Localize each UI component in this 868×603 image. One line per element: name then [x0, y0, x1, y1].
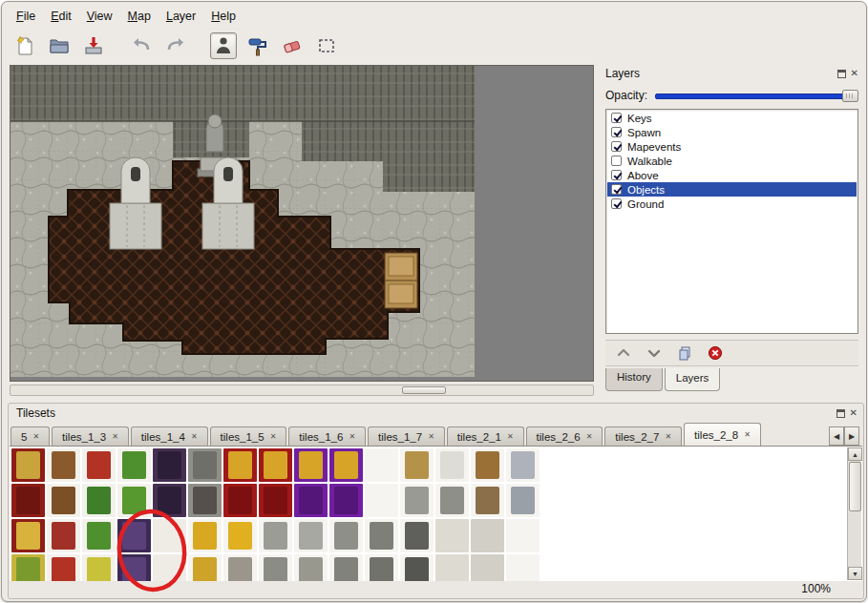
layer-visibility-checkbox[interactable]: [611, 156, 622, 166]
tile-red-throne-bottom-left[interactable]: [223, 484, 257, 517]
layer-row-walkable[interactable]: Walkable: [607, 154, 857, 168]
opacity-slider-handle[interactable]: [842, 90, 858, 102]
scroll-down-icon[interactable]: ▼: [848, 567, 862, 580]
tile-gold-banner[interactable]: [11, 554, 45, 581]
menu-file[interactable]: File: [10, 8, 42, 25]
tileset-vertical-scrollbar[interactable]: ▲ ▼: [847, 447, 861, 580]
tile-demon-statue-top[interactable]: [365, 519, 398, 552]
menu-help[interactable]: Help: [204, 8, 243, 25]
opacity-slider[interactable]: [655, 89, 858, 103]
tile-gold-horn[interactable]: [188, 554, 222, 581]
tile-blank[interactable]: [506, 519, 540, 552]
layer-row-objects[interactable]: Objects: [607, 182, 857, 197]
tile-purple-throne-top-left[interactable]: [294, 448, 328, 482]
tile-demon-statue-base[interactable]: [365, 554, 398, 581]
dock-tab-history[interactable]: History: [605, 368, 663, 391]
tile-leafy-plant[interactable]: [117, 484, 151, 517]
tileset-tab-tiles_1_3[interactable]: tiles_1_3✕: [52, 426, 129, 446]
layer-visibility-checkbox[interactable]: [611, 141, 622, 152]
dock-close-icon[interactable]: ✕: [851, 69, 858, 78]
menu-view[interactable]: View: [80, 8, 119, 25]
tile-angel-statue-top[interactable]: [294, 519, 328, 552]
tab-close-icon[interactable]: ✕: [586, 432, 593, 441]
tile-banana-plant[interactable]: [82, 554, 116, 581]
tab-close-icon[interactable]: ✕: [32, 432, 39, 441]
tile-gray-slab-4[interactable]: [471, 554, 504, 581]
tile-spinning-wheel-2[interactable]: [47, 484, 80, 517]
tab-close-icon[interactable]: ✕: [744, 430, 751, 439]
tile-red-banner-crest[interactable]: [11, 519, 45, 552]
tile-rock-pile[interactable]: [223, 554, 257, 581]
fill-tool-button[interactable]: [244, 32, 271, 59]
tile-tall-plant[interactable]: [82, 519, 116, 552]
tile-dark-monument-base[interactable]: [400, 554, 434, 581]
tile-gray-slab-2[interactable]: [471, 519, 504, 552]
tile-red-throne-top-left[interactable]: [223, 448, 257, 482]
tile-stone-coffin[interactable]: [435, 484, 469, 517]
tile-framed-painting[interactable]: [400, 448, 434, 482]
layer-visibility-checkbox[interactable]: [611, 127, 622, 137]
tile-gold-pot[interactable]: [47, 554, 80, 581]
tile-purple-throne-bottom-right[interactable]: [329, 484, 363, 517]
tile-purple-throne-bottom-left[interactable]: [294, 484, 328, 517]
tile-gold-treasure[interactable]: [223, 519, 257, 552]
tile-gray-slab-3[interactable]: [435, 554, 469, 581]
tileset-tab-tiles_1_6[interactable]: tiles_1_6✕: [288, 426, 366, 446]
dock-float-icon[interactable]: [837, 70, 846, 78]
move-layer-up-button[interactable]: [615, 344, 632, 362]
layer-row-ground[interactable]: Ground: [607, 197, 857, 211]
tile-wood-dresser[interactable]: [471, 448, 504, 482]
scrollbar-thumb[interactable]: [402, 386, 446, 394]
tile-blank[interactable]: [365, 484, 398, 517]
tab-close-icon[interactable]: ✕: [112, 432, 118, 441]
tile-red-banner-top[interactable]: [11, 448, 45, 482]
tileset-content[interactable]: ▲ ▼: [10, 446, 862, 581]
redo-button[interactable]: [162, 32, 189, 59]
delete-layer-button[interactable]: [707, 344, 724, 362]
tile-obelisk[interactable]: [400, 484, 434, 517]
duplicate-layer-button[interactable]: [676, 344, 693, 362]
tile-gold-key[interactable]: [188, 519, 222, 552]
map-canvas-area[interactable]: [10, 65, 594, 382]
tile-purple-door-bottom[interactable]: [117, 554, 151, 581]
layer-visibility-checkbox[interactable]: [611, 198, 622, 209]
new-file-button[interactable]: [11, 32, 38, 59]
tile-praying-statue-top[interactable]: [259, 519, 292, 552]
tile-white-urn[interactable]: [435, 448, 469, 482]
tab-close-icon[interactable]: ✕: [191, 432, 198, 441]
tile-angel-statue-base[interactable]: [294, 554, 328, 581]
tile-eagle-statue[interactable]: [471, 484, 504, 517]
map-canvas[interactable]: [11, 66, 475, 377]
tile-pale-slab-2[interactable]: [153, 554, 186, 581]
tile-gray-slab[interactable]: [435, 519, 469, 552]
layer-visibility-checkbox[interactable]: [611, 113, 622, 123]
scroll-up-icon[interactable]: ▲: [848, 447, 862, 461]
tileset-tab-5[interactable]: 5✕: [11, 426, 50, 446]
scrollbar-thumb[interactable]: [849, 462, 861, 511]
tile-praying-statue-base[interactable]: [259, 554, 292, 581]
tab-close-icon[interactable]: ✕: [507, 432, 514, 441]
layer-row-above[interactable]: Above: [607, 168, 857, 182]
tileset-tab-tiles_2_7[interactable]: tiles_2_7✕: [604, 426, 682, 446]
stamp-tool-button[interactable]: [210, 32, 237, 59]
dock-close-icon[interactable]: ✕: [850, 408, 857, 418]
tile-blank[interactable]: [506, 554, 540, 581]
tile-stone-arch-bottom[interactable]: [188, 484, 222, 517]
save-file-button[interactable]: [80, 32, 107, 59]
layer-visibility-checkbox[interactable]: [611, 184, 622, 195]
layer-row-keys[interactable]: Keys: [607, 111, 857, 125]
tile-dark-monument-top[interactable]: [400, 519, 434, 552]
layer-row-spawn[interactable]: Spawn: [607, 125, 857, 139]
open-file-button[interactable]: [46, 32, 73, 59]
tile-gargoyle-base[interactable]: [329, 554, 363, 581]
tile-red-banner-bottom[interactable]: [11, 484, 45, 517]
menu-edit[interactable]: Edit: [44, 8, 78, 25]
tileset-tab-tiles_2_6[interactable]: tiles_2_6✕: [526, 426, 603, 446]
tile-red-throne-top-right[interactable]: [259, 448, 292, 482]
eraser-tool-button[interactable]: [279, 32, 306, 59]
tab-close-icon[interactable]: ✕: [349, 432, 355, 441]
tile-blank[interactable]: [365, 448, 398, 482]
tile-dark-wardrobe-top[interactable]: [153, 448, 186, 482]
map-horizontal-scrollbar[interactable]: [10, 385, 594, 396]
layer-visibility-checkbox[interactable]: [611, 170, 622, 180]
